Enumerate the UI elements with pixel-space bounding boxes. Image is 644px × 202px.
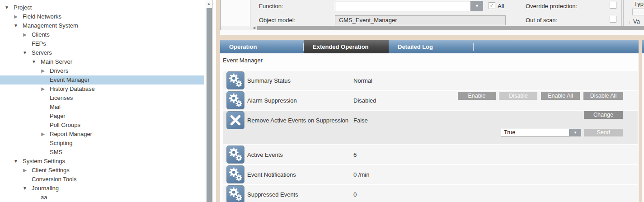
tree-item[interactable]: ▼ Main Server [0,57,204,66]
tree-item[interactable]: Conversion Tools [0,175,204,184]
tree-expander-icon[interactable]: ▼ [13,21,19,30]
tree-expander-icon[interactable]: ▶ [40,66,46,75]
value-group-label: Va [633,18,644,25]
tree-item-label: Journaling [32,184,59,193]
property-row: Active Events 6 [223,145,638,164]
tree-item-label: Drivers [50,66,68,75]
tree-item[interactable]: ▼ System Settings [0,157,204,166]
tree-item[interactable]: Poll Groups [0,121,204,130]
property-row: Event Notifications 0 /min [223,165,638,184]
properties-horizontal-scrollbar[interactable]: ◀ [250,26,644,30]
tree-item-label: History Database [50,85,95,94]
tree-item[interactable]: ▼ Project [0,3,204,12]
out-of-scan-label: Out of scan: [526,17,557,23]
tree-expander-icon[interactable]: ▼ [22,48,28,57]
tree-item[interactable]: Scripting [0,139,204,148]
property-value: 6 [353,151,357,158]
tree-item[interactable]: ▶ Client Settings [0,166,204,175]
tree-item-label: Poll Groups [50,121,80,130]
change-button[interactable]: Change [584,111,623,119]
out-of-scan-checkbox[interactable] [610,16,616,23]
tree-item[interactable]: FEPs [0,39,204,48]
all-checkbox-label: All [498,3,504,9]
tree-item-label: Licenses [50,94,73,103]
property-icon-button[interactable] [226,71,244,89]
tree-item-label: System Settings [23,157,65,166]
tree-item[interactable]: SMS [0,148,204,157]
tree-item[interactable]: ▶ Field Networks [0,12,204,21]
tree-expander-icon[interactable]: ▼ [31,57,37,66]
tree-item-label: Servers [32,48,52,57]
object-model-label: Object model: [259,17,295,23]
tree-expander-icon[interactable]: ▶ [22,166,28,175]
tree-expander-icon[interactable]: ▶ [13,12,19,21]
tree-item[interactable]: ▶ Report Manager [0,130,204,139]
tree-item[interactable]: ▼ Management System [0,21,204,30]
tree-item[interactable]: ▶ Drivers [0,66,204,75]
tree-item-label: Event Manager [50,75,89,85]
property-label: Suppressed Events [247,191,298,198]
property-value: Disabled [353,97,376,104]
gears-icon [227,92,244,109]
property-icon-button[interactable] [226,91,244,109]
horizontal-scrollbar-thumb[interactable] [257,26,644,30]
disable-all-button[interactable]: Disable All [583,92,623,100]
tab-operation[interactable]: Operation [220,40,303,53]
property-label: Summary Status [247,77,291,84]
enable-all-button[interactable]: Enable All [541,92,580,100]
property-icon-button[interactable] [226,146,244,164]
x-icon [227,112,244,129]
tree-item[interactable]: ▶ History Database [0,85,204,94]
panel-heading: Event Manager [223,57,263,64]
tree-expander-icon[interactable]: ▶ [40,85,46,94]
property-value: False [353,117,368,124]
tab-separator [473,43,474,51]
tree-expander-icon[interactable]: ▶ [22,30,28,39]
system-browser-tree-panel: ▼ Project ▶ Field Networks ▼ Management … [0,0,213,202]
panel-border-strip [220,30,644,35]
all-checkbox[interactable]: ✓ [489,2,495,9]
tree-scrollbar-thumb[interactable] [207,8,212,202]
scroll-up-arrow-icon[interactable]: ▲ [205,0,212,7]
property-icon-button[interactable] [226,165,244,183]
send-button[interactable]: Send [584,129,623,136]
tab-bar: OperationExtended OperationDetailed Log [220,40,639,53]
gears-icon [227,146,244,163]
tab-extended-operation[interactable]: Extended Operation [304,40,389,53]
tree-expander-icon[interactable]: ▶ [40,130,46,139]
tree-item[interactable]: aa [0,193,204,202]
disable-button[interactable]: Disable [499,92,537,100]
type-group-box [632,9,644,15]
property-label: Remove Active Events on Suppression [247,117,348,124]
tree-item[interactable]: Mail [0,103,204,112]
tree-item-label: Field Networks [23,12,61,21]
tree-item[interactable]: Event Manager [0,75,204,85]
tree-expander-icon[interactable]: ▼ [13,157,19,166]
enable-button[interactable]: Enable [458,92,496,100]
scroll-left-arrow-icon[interactable]: ◀ [251,26,257,30]
gears-icon [227,166,244,183]
gears-icon [227,186,244,202]
property-row: Summary Status Normal [223,71,638,90]
tree-item[interactable]: Pager [0,112,204,121]
tree-item[interactable]: ▶ Clients [0,30,204,39]
property-value: Normal [353,77,372,84]
alarm-suppression-buttons: EnableDisableEnable AllDisable All [458,92,623,100]
property-icon-button[interactable] [226,185,244,202]
object-model-field: GMS_Event_Manager [335,15,506,25]
tree-item-label: aa [41,193,47,202]
value-dropdown[interactable]: True [501,129,569,136]
value-dropdown-arrow-icon[interactable]: ▼ [569,129,581,136]
tab-detailed-log[interactable]: Detailed Log [389,40,473,53]
tree-expander-icon[interactable]: ▼ [22,184,28,193]
tree-expander-icon[interactable]: ▼ [4,3,10,12]
function-dropdown[interactable] [335,1,471,11]
tree-item[interactable]: ▼ Journaling [0,184,204,193]
property-icon-button[interactable] [226,111,244,129]
tree-item[interactable]: Licenses [0,94,204,103]
tree-vertical-scrollbar[interactable]: ▲ [205,0,212,202]
function-dropdown-arrow-icon[interactable]: ▼ [471,1,483,11]
tree-item[interactable]: ▼ Servers [0,48,204,57]
override-protection-checkbox[interactable] [610,2,616,9]
tree-item-label: FEPs [32,39,46,48]
